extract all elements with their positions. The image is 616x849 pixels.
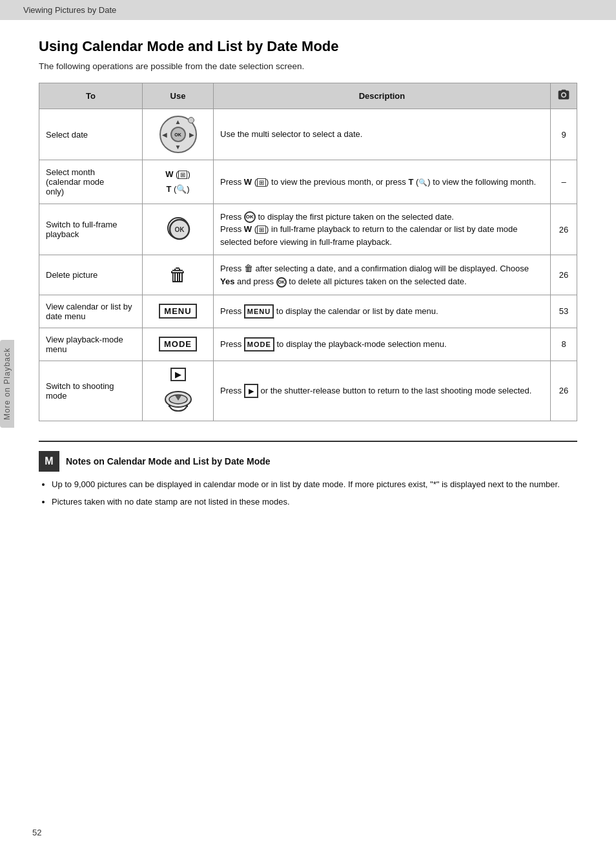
cell-desc-fullframe: Press OK to display the first picture ta… xyxy=(214,204,551,255)
list-item: Pictures taken with no date stamp are no… xyxy=(52,496,577,509)
sidebar-tab: More on Playback xyxy=(0,340,14,428)
col-header-to: To xyxy=(39,83,143,109)
table-row: Switch to full-frame playback OK xyxy=(39,204,577,255)
cell-ref-calendar-menu: 53 xyxy=(551,295,577,328)
col-header-ref xyxy=(551,83,577,109)
header-bar: Viewing Pictures by Date xyxy=(0,0,616,20)
trash-icon: 🗑 xyxy=(149,264,207,286)
cell-ref-playback-menu: 8 xyxy=(551,328,577,361)
cell-use-shooting: ▶ xyxy=(143,361,214,421)
cell-desc-shooting: Press ▶ or the shutter-release button to… xyxy=(214,361,551,421)
mode-icon: MODE xyxy=(159,337,197,351)
cell-use-delete: 🗑 xyxy=(143,255,214,295)
cell-use-select-month: W (⊞) T (🔍) xyxy=(143,160,214,204)
list-item: Up to 9,000 pictures can be displayed in… xyxy=(52,478,577,492)
notes-header: M Notes on Calendar Mode and List by Dat… xyxy=(39,451,577,472)
subtitle: The following operations are possible fr… xyxy=(39,61,577,71)
ok-button-icon: OK xyxy=(167,217,189,239)
header-label: Viewing Pictures by Date xyxy=(23,5,116,15)
cell-to-calendar-menu: View calendar or list by date menu xyxy=(39,295,143,328)
menu-icon: MENU xyxy=(159,304,196,319)
notes-section: M Notes on Calendar Mode and List by Dat… xyxy=(39,441,577,509)
cell-ref-shooting: 26 xyxy=(551,361,577,421)
cell-desc-calendar-menu: Press MENU to display the calendar or li… xyxy=(214,295,551,328)
operations-table: To Use Description Select date xyxy=(39,83,577,421)
cell-use-calendar-menu: MENU xyxy=(143,295,214,328)
main-content: Using Calendar Mode and List by Date Mod… xyxy=(0,20,616,538)
cell-to-fullframe: Switch to full-frame playback xyxy=(39,204,143,255)
playback-button-icon: ▶ xyxy=(170,368,186,381)
page: Viewing Pictures by Date More on Playbac… xyxy=(0,0,616,849)
page-number: 52 xyxy=(32,828,41,837)
nav-dial-icon: ▲ ▼ ◀ ▶ OK xyxy=(159,116,197,153)
cell-use-select-date: ▲ ▼ ◀ ▶ OK xyxy=(143,109,214,160)
notes-icon: M xyxy=(39,451,59,472)
col-header-description: Description xyxy=(214,83,551,109)
page-title: Using Calendar Mode and List by Date Mod… xyxy=(39,38,577,55)
cell-to-delete: Delete picture xyxy=(39,255,143,295)
cell-ref-select-month: – xyxy=(551,160,577,204)
cell-ref-delete: 26 xyxy=(551,255,577,295)
table-row: Switch to shooting mode ▶ xyxy=(39,361,577,421)
cell-use-fullframe: OK xyxy=(143,204,214,255)
cell-desc-select-date: Use the multi selector to select a date. xyxy=(214,109,551,160)
cell-desc-select-month: Press W (⊞) to view the previous month, … xyxy=(214,160,551,204)
table-row: Delete picture 🗑 Press 🗑 after selecting… xyxy=(39,255,577,295)
cell-ref-select-date: 9 xyxy=(551,109,577,160)
col-header-use: Use xyxy=(143,83,214,109)
cell-to-select-month: Select month(calendar modeonly) xyxy=(39,160,143,204)
cell-desc-playback-menu: Press MODE to display the playback-mode … xyxy=(214,328,551,361)
camera-icon xyxy=(557,89,570,101)
notes-title: Notes on Calendar Mode and List by Date … xyxy=(66,456,271,466)
cell-to-playback-menu: View playback-mode menu xyxy=(39,328,143,361)
cell-to-select-date: Select date xyxy=(39,109,143,160)
table-row: Select date ▲ ▼ ◀ ▶ OK xyxy=(39,109,577,160)
table-row: Select month(calendar modeonly) W (⊞) T … xyxy=(39,160,577,204)
cell-desc-delete: Press 🗑 after selecting a date, and a co… xyxy=(214,255,551,295)
cell-ref-fullframe: 26 xyxy=(551,204,577,255)
cell-to-shooting: Switch to shooting mode xyxy=(39,361,143,421)
cell-use-playback-menu: MODE xyxy=(143,328,214,361)
shutter-icon xyxy=(164,386,192,412)
notes-list: Up to 9,000 pictures can be displayed in… xyxy=(39,478,577,509)
table-row: View calendar or list by date menu MENU … xyxy=(39,295,577,328)
table-row: View playback-mode menu MODE Press MODE … xyxy=(39,328,577,361)
svg-text:OK: OK xyxy=(174,226,185,233)
